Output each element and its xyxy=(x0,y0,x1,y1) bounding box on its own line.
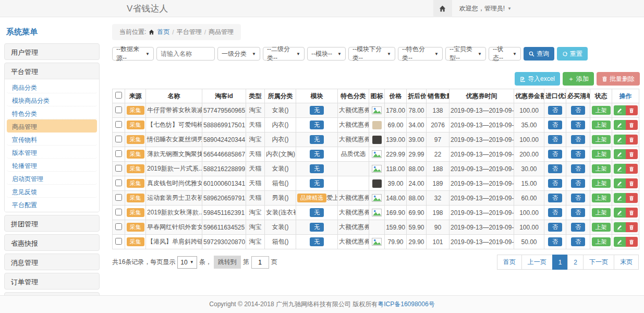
page-button[interactable]: 1 xyxy=(552,255,568,270)
name-input[interactable] xyxy=(161,50,211,57)
sidebar-item[interactable]: 版本管理 xyxy=(7,146,97,159)
import-select-toggle[interactable]: 否 xyxy=(548,237,562,246)
row-checkbox[interactable] xyxy=(115,209,122,215)
import-select-toggle[interactable]: 否 xyxy=(548,121,562,129)
page-button[interactable]: 首页 xyxy=(497,255,522,270)
sidebar-item[interactable]: 商品分类 xyxy=(7,80,97,93)
delete-button[interactable] xyxy=(626,208,638,218)
import-select-toggle[interactable]: 否 xyxy=(548,135,562,144)
feature-category-select[interactable]: --特色分类--▼ xyxy=(398,47,443,61)
page-button[interactable]: 下一页 xyxy=(583,255,614,270)
must-buy-toggle[interactable]: 否 xyxy=(571,121,585,129)
search-button[interactable]: 查询 xyxy=(524,47,554,61)
per-page-select[interactable]: 10▼ xyxy=(177,256,197,269)
row-checkbox[interactable] xyxy=(115,121,122,128)
must-buy-toggle[interactable]: 否 xyxy=(571,194,585,202)
edit-button[interactable] xyxy=(614,105,626,115)
status-button[interactable]: 上架 xyxy=(592,208,611,217)
status-button[interactable]: 上架 xyxy=(592,106,611,115)
page-button[interactable]: 2 xyxy=(567,255,584,270)
sidebar-item[interactable]: 模块商品分类 xyxy=(7,93,97,106)
delete-button[interactable] xyxy=(626,222,638,232)
import-select-toggle[interactable]: 否 xyxy=(548,223,562,232)
sidebar-item[interactable]: 轮播管理 xyxy=(7,159,97,172)
jump-button[interactable]: 跳转到 xyxy=(214,256,241,269)
page-button[interactable]: 末页 xyxy=(614,255,639,270)
edit-button[interactable] xyxy=(614,149,626,159)
edit-button[interactable] xyxy=(614,135,626,145)
row-checkbox[interactable] xyxy=(115,194,122,201)
batch-delete-button[interactable]: 批量删除 xyxy=(597,72,640,86)
row-checkbox[interactable] xyxy=(115,179,122,186)
delete-button[interactable] xyxy=(626,105,638,115)
user-menu[interactable]: 欢迎您，管理员! ▼ xyxy=(452,0,519,17)
page-button[interactable]: 上一页 xyxy=(521,255,553,270)
add-button[interactable]: ＋ 添加 xyxy=(563,72,594,86)
menu-group-header[interactable]: 省惠快报 xyxy=(5,235,99,250)
import-select-toggle[interactable]: 否 xyxy=(548,194,562,202)
delete-button[interactable] xyxy=(626,149,638,159)
status-button[interactable]: 上架 xyxy=(592,150,611,159)
row-checkbox[interactable] xyxy=(115,150,122,157)
reset-button[interactable]: 重置 xyxy=(557,47,588,61)
level1-category-select[interactable]: 一级分类▼ xyxy=(217,47,260,61)
status-button[interactable]: 上架 xyxy=(592,164,611,173)
delete-button[interactable] xyxy=(626,178,638,188)
status-button[interactable]: 上架 xyxy=(592,121,611,129)
item-type-select[interactable]: --宝贝类型--▼ xyxy=(445,47,486,61)
sidebar-item[interactable]: 商品管理 xyxy=(7,119,97,133)
home-button[interactable] xyxy=(433,0,452,17)
must-buy-toggle[interactable]: 否 xyxy=(571,150,585,159)
edit-button[interactable] xyxy=(614,178,626,188)
status-button[interactable]: 上架 xyxy=(592,135,611,144)
edit-button[interactable] xyxy=(614,193,626,203)
row-checkbox[interactable] xyxy=(115,238,122,245)
row-checkbox[interactable] xyxy=(115,223,122,230)
import-select-toggle[interactable]: 否 xyxy=(548,106,562,115)
menu-group-header[interactable]: 用户管理 xyxy=(5,44,99,59)
menu-group-header[interactable]: 订单管理 xyxy=(5,273,99,289)
row-checkbox[interactable] xyxy=(115,106,122,113)
edit-button[interactable] xyxy=(614,120,626,130)
delete-button[interactable] xyxy=(626,135,638,145)
menu-group-header[interactable]: 拼团管理 xyxy=(5,215,99,231)
must-buy-toggle[interactable]: 否 xyxy=(571,106,585,115)
import-select-toggle[interactable]: 否 xyxy=(548,179,562,188)
edit-button[interactable] xyxy=(614,237,626,247)
sidebar-item[interactable]: 启动页管理 xyxy=(7,172,97,185)
status-button[interactable]: 上架 xyxy=(592,179,611,188)
must-buy-toggle[interactable]: 否 xyxy=(571,135,585,144)
must-buy-toggle[interactable]: 否 xyxy=(571,179,585,188)
data-source-select[interactable]: --数据来源--▼ xyxy=(112,47,154,61)
sidebar-item[interactable]: 特色分类 xyxy=(7,106,97,119)
status-button[interactable]: 上架 xyxy=(592,194,611,202)
sidebar-item[interactable]: 意见反馈 xyxy=(7,185,97,198)
must-buy-toggle[interactable]: 否 xyxy=(571,164,585,173)
menu-group-header[interactable]: 平台管理 xyxy=(5,63,99,79)
level2-category-select[interactable]: --二级分类--▼ xyxy=(263,47,305,61)
must-buy-toggle[interactable]: 否 xyxy=(571,208,585,217)
sidebar-item[interactable]: 平台配置 xyxy=(7,198,97,211)
delete-button[interactable] xyxy=(626,193,638,203)
icp-link[interactable]: 粤ICP备16098006号 xyxy=(378,300,434,309)
delete-button[interactable] xyxy=(626,164,638,174)
import-select-toggle[interactable]: 否 xyxy=(548,164,562,173)
import-select-toggle[interactable]: 否 xyxy=(548,208,562,217)
row-checkbox[interactable] xyxy=(115,136,122,142)
name-input[interactable] xyxy=(156,47,215,61)
status-select[interactable]: --状态--▼ xyxy=(489,47,521,61)
edit-button[interactable] xyxy=(614,222,626,232)
must-buy-toggle[interactable]: 否 xyxy=(571,223,585,232)
breadcrumb-home-link[interactable]: 首页 xyxy=(157,28,169,37)
sidebar-item[interactable]: 宣传物料 xyxy=(7,133,97,146)
delete-button[interactable] xyxy=(626,237,638,247)
select-all-checkbox[interactable] xyxy=(115,92,122,99)
edit-button[interactable] xyxy=(614,164,626,174)
module-select[interactable]: --模块--▼ xyxy=(307,47,346,61)
status-button[interactable]: 上架 xyxy=(592,237,611,246)
status-button[interactable]: 上架 xyxy=(592,223,611,232)
row-checkbox[interactable] xyxy=(115,165,122,172)
menu-group-header[interactable]: 消息管理 xyxy=(5,254,99,270)
page-number-input[interactable] xyxy=(251,256,269,269)
must-buy-toggle[interactable]: 否 xyxy=(571,237,585,246)
